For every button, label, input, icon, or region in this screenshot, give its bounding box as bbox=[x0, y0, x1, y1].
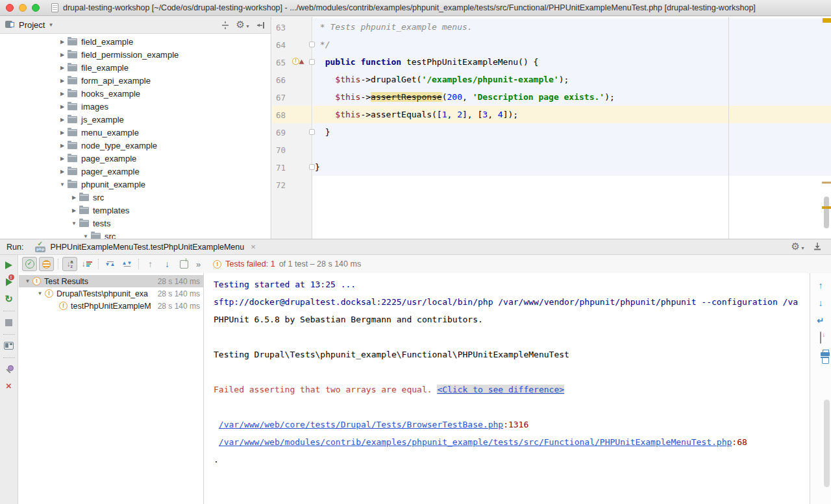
zoom-window-button[interactable] bbox=[32, 4, 40, 12]
scroll-to-end-button[interactable] bbox=[820, 332, 821, 344]
minimize-panel-icon[interactable] bbox=[813, 242, 822, 252]
error-stripe-mark[interactable] bbox=[822, 182, 831, 184]
tree-item-file_example[interactable]: ▶file_example bbox=[0, 61, 271, 74]
sort-alphabetically-button[interactable]: ↓az bbox=[62, 257, 77, 271]
collapse-all-button[interactable]: ▲▼ bbox=[119, 257, 134, 271]
editor-code-area[interactable]: * Tests phpunit_example menus. */ public… bbox=[313, 17, 831, 239]
tree-item-templates[interactable]: ▶templates bbox=[0, 204, 271, 217]
chevron-collapsed-icon[interactable]: ▶ bbox=[57, 143, 68, 149]
fold-marker-icon[interactable] bbox=[309, 42, 315, 47]
tree-item-pager_example[interactable]: ▶pager_example bbox=[0, 165, 271, 178]
minimize-window-button[interactable] bbox=[19, 4, 27, 12]
chevron-collapsed-icon[interactable]: ▶ bbox=[57, 91, 68, 97]
error-stripe-mark[interactable] bbox=[823, 18, 831, 23]
stop-button[interactable] bbox=[5, 317, 12, 328]
tree-item-src[interactable]: ▼src bbox=[0, 230, 271, 239]
chevron-expanded-icon[interactable]: ▼ bbox=[57, 182, 68, 187]
error-stripe-mark[interactable] bbox=[822, 206, 831, 209]
close-panel-button[interactable]: × bbox=[6, 381, 12, 391]
previous-failed-test-button[interactable]: ↑ bbox=[143, 257, 158, 271]
console-scrollbar[interactable] bbox=[824, 400, 830, 487]
settings-gear-icon[interactable]: ⚙▼ bbox=[791, 242, 805, 252]
console-text: :68 bbox=[732, 437, 747, 447]
folder-icon bbox=[68, 64, 77, 71]
chevron-collapsed-icon[interactable]: ▶ bbox=[57, 130, 68, 136]
editor-scrollbar[interactable] bbox=[824, 197, 829, 228]
test-failed-gutter-icon[interactable]: ! bbox=[292, 58, 304, 66]
rerun-tests-button[interactable] bbox=[5, 260, 12, 270]
close-window-button[interactable] bbox=[6, 4, 14, 12]
show-passed-button[interactable]: ✓ bbox=[22, 257, 37, 271]
tree-item-menu_example[interactable]: ▶menu_example bbox=[0, 126, 271, 139]
console-line: /var/www/web/modules/contrib/examples/ph… bbox=[214, 433, 809, 451]
editor-gutter: 636465!66676869707172 bbox=[272, 17, 312, 239]
tree-item-form_api_example[interactable]: ▶form_api_example bbox=[0, 74, 271, 87]
run-label: Run: bbox=[6, 243, 23, 252]
navigate-up-button[interactable]: ↑ bbox=[819, 280, 823, 291]
console-link[interactable]: /var/www/web/modules/contrib/examples/ph… bbox=[219, 437, 732, 447]
chevron-expanded-icon[interactable]: ▼ bbox=[69, 221, 79, 226]
chevron-collapsed-icon[interactable]: ▶ bbox=[57, 65, 68, 71]
chevron-collapsed-icon[interactable]: ▶ bbox=[57, 78, 68, 84]
fold-marker-icon[interactable] bbox=[309, 164, 315, 170]
expand-all-button[interactable]: ▼▲ bbox=[103, 257, 118, 271]
soft-wrap-icon: ↵ bbox=[817, 316, 825, 326]
gutter-line: 72 bbox=[272, 176, 312, 193]
toolbar-separator bbox=[3, 357, 15, 358]
code-editor[interactable]: 636465!66676869707172 * Tests phpunit_ex… bbox=[272, 17, 831, 239]
more-actions-icon[interactable]: » bbox=[196, 259, 201, 269]
chevron-expanded-icon[interactable]: ▼ bbox=[81, 234, 91, 239]
chevron-collapsed-icon[interactable]: ▶ bbox=[57, 169, 68, 174]
tree-item-images[interactable]: ▶images bbox=[0, 100, 271, 113]
run-arrow-icon bbox=[299, 60, 305, 66]
hide-panel-icon[interactable] bbox=[256, 21, 266, 29]
collapse-all-icon: ▲▼ bbox=[122, 261, 132, 267]
chevron-expanded-icon[interactable]: ▼ bbox=[35, 291, 45, 296]
tree-item-field_example[interactable]: ▶field_example bbox=[0, 35, 271, 48]
project-panel-title[interactable]: Project bbox=[19, 20, 45, 30]
tree-item-field_permission_example[interactable]: ▶field_permission_example bbox=[0, 48, 271, 61]
settings-gear-icon[interactable]: ⚙▼ bbox=[236, 20, 250, 30]
chevron-collapsed-icon[interactable]: ▶ bbox=[57, 156, 68, 162]
console-link[interactable]: <Click to see difference> bbox=[437, 385, 564, 394]
folder-icon bbox=[79, 207, 89, 214]
rerun-failed-tests-button[interactable]: ! bbox=[6, 277, 12, 287]
tree-item-node_type_example[interactable]: ▶node_type_example bbox=[0, 139, 271, 152]
tree-item-hooks_example[interactable]: ▶hooks_example bbox=[0, 87, 271, 100]
chevron-collapsed-icon[interactable]: ▶ bbox=[57, 104, 68, 110]
close-tab-icon[interactable]: × bbox=[251, 242, 256, 252]
next-failed-test-button[interactable]: ↓ bbox=[160, 257, 175, 271]
folder-icon bbox=[68, 116, 77, 123]
chevron-down-icon[interactable]: ▼ bbox=[48, 22, 53, 28]
run-tab[interactable]: ✓php PHPUnitExampleMenuTest.testPhpUnitE… bbox=[31, 239, 259, 255]
toggle-auto-test-button[interactable]: ↻ bbox=[5, 294, 13, 304]
test-tree-item[interactable]: ▼!Test Results28 s 140 ms bbox=[19, 275, 203, 287]
folder-icon bbox=[68, 90, 77, 97]
chevron-collapsed-icon[interactable]: ▶ bbox=[57, 52, 68, 58]
soft-wrap-button[interactable]: ↵ bbox=[817, 315, 825, 326]
tree-item-js_example[interactable]: ▶js_example bbox=[0, 113, 271, 126]
test-tree-item[interactable]: ▼!Drupal\Tests\phpunit_exa28 s 140 ms bbox=[19, 287, 203, 300]
import-test-results-button[interactable] bbox=[177, 257, 192, 271]
chevron-collapsed-icon[interactable]: ▶ bbox=[57, 39, 68, 45]
folder-icon bbox=[68, 168, 77, 175]
sort-by-duration-button[interactable]: ↓ bbox=[79, 257, 94, 271]
tree-item-phpunit_example[interactable]: ▼phpunit_example bbox=[0, 178, 271, 191]
chevron-expanded-icon[interactable]: ▼ bbox=[23, 278, 32, 284]
chevron-collapsed-icon[interactable]: ▶ bbox=[69, 195, 79, 200]
fold-marker-icon[interactable] bbox=[309, 59, 315, 65]
navigate-down-button[interactable]: ↓ bbox=[819, 297, 823, 309]
tree-item-tests[interactable]: ▼tests bbox=[0, 217, 271, 230]
pin-tab-button[interactable] bbox=[5, 364, 14, 374]
chevron-collapsed-icon[interactable]: ▶ bbox=[69, 208, 79, 213]
show-ignored-button[interactable] bbox=[39, 257, 54, 271]
tree-item-src[interactable]: ▶src bbox=[0, 191, 271, 204]
locate-file-icon[interactable] bbox=[221, 21, 230, 30]
fold-marker-icon[interactable] bbox=[309, 129, 315, 135]
tree-item-page_example[interactable]: ▶page_example bbox=[0, 152, 271, 165]
code-line: } bbox=[313, 123, 831, 141]
console-link[interactable]: /var/www/web/core/tests/Drupal/Tests/Bro… bbox=[219, 420, 503, 429]
restore-layout-button[interactable] bbox=[4, 341, 14, 351]
chevron-collapsed-icon[interactable]: ▶ bbox=[57, 117, 68, 123]
test-tree-item[interactable]: !testPhpUnitExampleM28 s 140 ms bbox=[19, 300, 203, 312]
